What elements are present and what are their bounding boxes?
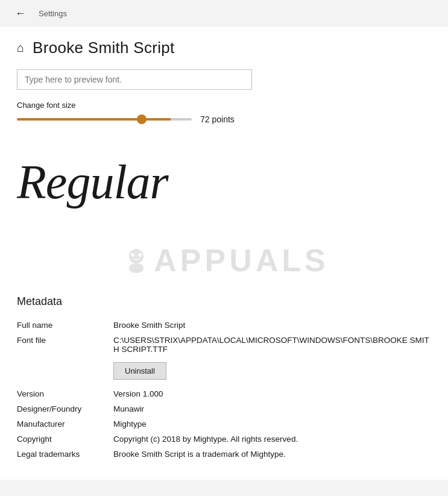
metadata-row: VersionVersion 1.000 — [17, 386, 431, 401]
metadata-label: Version — [17, 386, 113, 401]
svg-point-1 — [129, 263, 144, 273]
metadata-label: Font file — [17, 333, 113, 386]
metadata-value: C:\USERS\STRIX\APPDATA\LOCAL\MICROSOFT\W… — [113, 333, 431, 386]
font-size-value: 72 points — [200, 115, 235, 124]
main-content: ⌂ Brooke Smith Script Change font size 7… — [0, 27, 448, 480]
metadata-label: Manufacturer — [17, 416, 113, 432]
page-header: ⌂ Brooke Smith Script — [17, 39, 431, 57]
back-button[interactable]: ← — [12, 5, 29, 22]
svg-point-2 — [131, 253, 134, 257]
metadata-label: Legal trademarks — [17, 447, 113, 462]
metadata-row: ManufacturerMightype — [17, 416, 431, 432]
metadata-value: Version 1.000 — [113, 386, 431, 401]
watermark-area: APPUALS — [17, 236, 431, 290]
metadata-row: CopyrightCopyright (c) 2018 by Mightype.… — [17, 432, 431, 447]
home-icon[interactable]: ⌂ — [17, 41, 24, 55]
metadata-label: Designer/Foundry — [17, 401, 113, 416]
svg-point-0 — [129, 249, 144, 263]
metadata-value: Copyright (c) 2018 by Mightype. All righ… — [113, 432, 431, 447]
metadata-row: Full nameBrooke Smith Script — [17, 318, 431, 333]
topbar-title: Settings — [39, 9, 67, 18]
font-size-slider[interactable] — [17, 118, 192, 121]
topbar: ← Settings — [0, 0, 448, 27]
metadata-row: Designer/FoundryMunawir — [17, 401, 431, 416]
page-title: Brooke Smith Script — [33, 39, 174, 57]
font-preview-text: Regular — [17, 155, 168, 210]
font-preview-input[interactable] — [17, 69, 252, 90]
metadata-value: Mightype — [113, 416, 431, 432]
watermark-icon — [121, 245, 151, 275]
font-preview-area: Regular — [17, 134, 431, 230]
font-size-section: Change font size 72 points — [17, 101, 431, 124]
metadata-value: Brooke Smith Script — [113, 318, 431, 333]
back-arrow-icon: ← — [15, 7, 26, 20]
metadata-label: Copyright — [17, 432, 113, 447]
watermark-text: APPUALS — [154, 242, 329, 278]
svg-point-3 — [138, 253, 142, 257]
font-size-label: Change font size — [17, 101, 431, 110]
metadata-value: Brooke Smith Script is a trademark of Mi… — [113, 447, 431, 462]
metadata-label: Full name — [17, 318, 113, 333]
font-file-path: C:\USERS\STRIX\APPDATA\LOCAL\MICROSOFT\W… — [113, 336, 429, 354]
metadata-table: Full nameBrooke Smith ScriptFont fileC:\… — [17, 318, 431, 462]
metadata-section: Metadata Full nameBrooke Smith ScriptFon… — [17, 295, 431, 462]
metadata-row: Font fileC:\USERS\STRIX\APPDATA\LOCAL\MI… — [17, 333, 431, 386]
metadata-row: Legal trademarksBrooke Smith Script is a… — [17, 447, 431, 462]
slider-row: 72 points — [17, 115, 431, 124]
metadata-value: Munawir — [113, 401, 431, 416]
metadata-title: Metadata — [17, 295, 431, 308]
uninstall-button[interactable]: Uninstall — [113, 362, 166, 380]
